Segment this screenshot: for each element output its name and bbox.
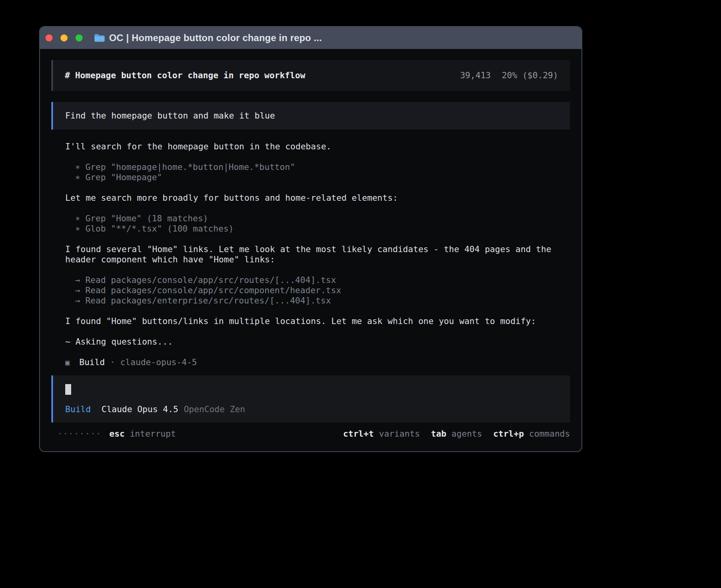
tool-call-grep: ∗ Grep "Home" (18 matches): [75, 213, 570, 224]
assistant-paragraph: I found "Home" buttons/links in multiple…: [65, 316, 570, 326]
assistant-paragraph: I found several "Home" links. Let me loo…: [65, 244, 570, 265]
input-meta-row: Build Claude Opus 4.5 OpenCode Zen: [65, 404, 558, 415]
shortcut-key: ctrl+p: [493, 429, 524, 439]
status-bar-left: ········ esc interrupt: [57, 429, 176, 439]
tool-call-group: ∗ Grep "Home" (18 matches) ∗ Glob "**/*.…: [65, 213, 570, 234]
tool-call-grep: ∗ Grep "homepage|home.*button|Home.*butt…: [75, 162, 570, 172]
agent-name: Build: [79, 357, 105, 368]
agent-build-icon: ▣: [65, 357, 70, 368]
assistant-paragraph: I'll search for the homepage button in t…: [65, 141, 570, 152]
shortcut-variants: ctrl+t variants: [343, 429, 420, 439]
tool-call-group: ∗ Grep "homepage|home.*button|Home.*butt…: [65, 162, 570, 183]
tool-call-read: → Read packages/console/app/src/componen…: [75, 285, 570, 296]
shortcut-agents: tab agents: [431, 429, 482, 439]
separator-dot: ·: [110, 357, 115, 368]
status-bar-right: ctrl+t variants tab agents ctrl+p comman…: [332, 429, 570, 439]
assistant-paragraph: Let me search more broadly for buttons a…: [65, 193, 570, 203]
session-header: # Homepage button color change in repo w…: [51, 60, 570, 91]
agent-status-line: ▣ Build · claude-opus-4-5: [65, 357, 570, 368]
shortcut-label: variants: [379, 429, 420, 439]
shortcut-label: interrupt: [130, 429, 176, 439]
session-cost: ($0.29): [522, 70, 558, 80]
window-titlebar[interactable]: OC | Homepage button color change in rep…: [40, 27, 581, 49]
desktop-background: OC | Homepage button color change in rep…: [0, 0, 721, 588]
status-bar: ········ esc interrupt ctrl+t variants t…: [51, 429, 570, 439]
token-count: 39,413: [460, 70, 491, 80]
shortcut-key: tab: [431, 429, 446, 439]
tool-call-grep: ∗ Grep "Homepage": [75, 172, 570, 183]
terminal-content: # Homepage button color change in repo w…: [40, 49, 581, 439]
shortcut-key: esc: [109, 429, 125, 439]
tool-call-read: → Read packages/enterprise/src/routes/[.…: [75, 296, 570, 306]
agent-mode-label[interactable]: Build: [65, 404, 91, 415]
shortcut-label: commands: [529, 429, 570, 439]
session-stats: 39,41320%($0.29): [460, 70, 558, 81]
provider-label: OpenCode Zen: [184, 404, 245, 415]
conversation: I'll search for the homepage button in t…: [51, 141, 570, 368]
terminal-window: OC | Homepage button color change in rep…: [39, 26, 582, 452]
prompt-input[interactable]: Build Claude Opus 4.5 OpenCode Zen: [51, 375, 570, 422]
shortcut-key: ctrl+t: [343, 429, 374, 439]
asking-questions-status: ~ Asking questions...: [65, 337, 570, 347]
tool-call-group: → Read packages/console/app/src/routes/[…: [65, 275, 570, 306]
close-button[interactable]: [45, 34, 53, 41]
zoom-button[interactable]: [75, 34, 83, 41]
progress-dots: ········: [57, 429, 102, 439]
user-message: Find the homepage button and make it blu…: [51, 102, 570, 130]
session-title: # Homepage button color change in repo w…: [65, 70, 305, 81]
text-cursor: [65, 384, 71, 395]
context-percent: 20%: [502, 70, 517, 80]
tool-call-glob: ∗ Glob "**/*.tsx" (100 matches): [75, 224, 570, 234]
agent-model: claude-opus-4-5: [120, 357, 197, 368]
model-label[interactable]: Claude Opus 4.5: [102, 404, 178, 415]
folder-icon: [94, 34, 105, 42]
tool-call-read: → Read packages/console/app/src/routes/[…: [75, 275, 570, 285]
shortcut-commands: ctrl+p commands: [493, 429, 570, 439]
minimize-button[interactable]: [60, 34, 68, 41]
window-title: OC | Homepage button color change in rep…: [109, 32, 322, 43]
user-message-text: Find the homepage button and make it blu…: [65, 111, 275, 121]
shortcut-interrupt: esc interrupt: [109, 429, 176, 439]
shortcut-label: agents: [451, 429, 482, 439]
